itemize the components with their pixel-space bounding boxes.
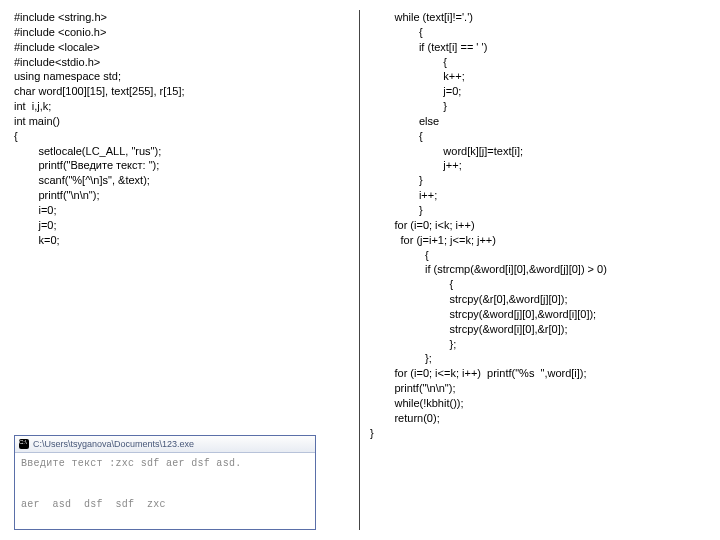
console-window: C:\Users\tsyganova\Documents\123.exe Вве… [14,435,316,530]
code-block-left: #include <string.h> #include <conio.h> #… [14,10,349,248]
console-title-text: C:\Users\tsyganova\Documents\123.exe [33,438,194,450]
console-titlebar: C:\Users\tsyganova\Documents\123.exe [15,436,315,453]
page-root: #include <string.h> #include <conio.h> #… [0,0,720,540]
left-column: #include <string.h> #include <conio.h> #… [14,10,360,530]
code-block-right: while (text[i]!='.') { if (text[i] == ' … [370,10,706,440]
console-icon [19,439,29,449]
console-output: Введите текст :zxc sdf aer dsf asd. aer … [15,453,315,529]
right-column: while (text[i]!='.') { if (text[i] == ' … [360,10,706,530]
